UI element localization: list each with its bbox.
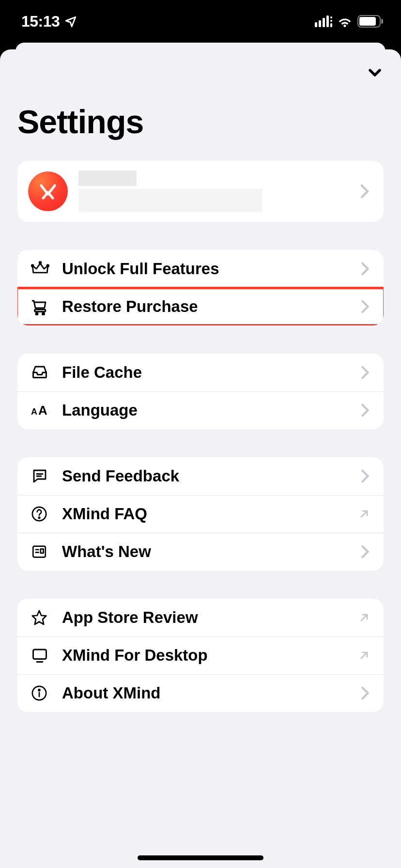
svg-rect-26 xyxy=(41,549,44,553)
svg-rect-13 xyxy=(35,310,46,312)
svg-point-6 xyxy=(330,20,332,22)
svg-line-22 xyxy=(361,511,367,517)
chevron-right-icon xyxy=(360,300,370,313)
app-store-review-row[interactable]: App Store Review xyxy=(17,599,384,636)
help-group: Send Feedback XMind FAQ xyxy=(17,457,384,571)
svg-rect-9 xyxy=(381,19,383,24)
about-xmind-row[interactable]: About XMind xyxy=(17,674,384,712)
external-link-icon xyxy=(358,612,370,623)
location-icon xyxy=(64,15,77,28)
row-label: XMind For Desktop xyxy=(62,646,358,665)
chevron-down-icon xyxy=(365,63,385,82)
chevron-right-icon xyxy=(360,469,370,483)
chevron-right-icon xyxy=(359,184,370,199)
status-time-block: 15:13 xyxy=(21,13,77,31)
language-row[interactable]: AA Language xyxy=(17,391,384,429)
svg-line-28 xyxy=(361,615,367,620)
svg-point-15 xyxy=(42,313,44,315)
external-link-icon xyxy=(358,508,370,520)
svg-point-14 xyxy=(36,313,38,315)
row-label: About XMind xyxy=(62,684,360,702)
chevron-right-icon xyxy=(360,366,370,379)
row-label: What's New xyxy=(62,542,360,561)
svg-rect-8 xyxy=(359,17,376,26)
cellular-icon xyxy=(315,16,332,27)
row-label: App Store Review xyxy=(62,608,358,627)
redacted-line-1 xyxy=(78,170,137,186)
svg-rect-4 xyxy=(330,23,332,27)
chat-icon xyxy=(31,467,62,485)
status-icons xyxy=(315,15,384,28)
svg-point-34 xyxy=(39,689,40,691)
svg-marker-27 xyxy=(32,611,46,624)
status-bar: 15:13 xyxy=(0,0,401,43)
monitor-icon xyxy=(31,647,62,664)
svg-point-10 xyxy=(31,265,33,267)
row-label: Unlock Full Features xyxy=(62,260,360,278)
home-indicator[interactable] xyxy=(138,855,263,860)
prefs-group: File Cache AA Language xyxy=(17,354,384,429)
row-label: Language xyxy=(62,401,360,419)
profile-group xyxy=(17,161,384,222)
svg-rect-0 xyxy=(315,22,317,27)
inbox-icon xyxy=(31,364,62,381)
chevron-right-icon xyxy=(360,403,370,417)
row-label: XMind FAQ xyxy=(62,505,358,523)
profile-row[interactable] xyxy=(17,161,384,222)
svg-point-11 xyxy=(39,262,41,264)
cart-icon xyxy=(31,298,62,315)
status-time: 15:13 xyxy=(21,13,60,31)
svg-point-21 xyxy=(39,517,40,519)
row-label: Send Feedback xyxy=(62,467,360,485)
external-link-icon xyxy=(358,650,370,661)
battery-icon xyxy=(357,15,384,28)
file-cache-row[interactable]: File Cache xyxy=(17,354,384,391)
svg-point-5 xyxy=(330,16,332,18)
row-label: File Cache xyxy=(62,363,360,382)
crown-icon xyxy=(31,260,62,278)
chevron-right-icon xyxy=(360,545,370,558)
svg-text:A: A xyxy=(38,403,47,418)
chevron-right-icon xyxy=(360,686,370,700)
profile-name-area xyxy=(78,170,359,212)
svg-rect-29 xyxy=(33,650,46,659)
font-size-icon: AA xyxy=(31,403,62,418)
xmind-for-desktop-row[interactable]: XMind For Desktop xyxy=(17,636,384,674)
purchase-group: Unlock Full Features Restore Purchase xyxy=(17,250,384,326)
svg-rect-2 xyxy=(323,18,325,27)
svg-text:A: A xyxy=(31,407,37,417)
page-title: Settings xyxy=(0,49,401,161)
settings-sheet: Settings xyxy=(0,49,401,868)
news-icon xyxy=(31,543,62,560)
restore-purchase-row[interactable]: Restore Purchase xyxy=(17,288,384,326)
unlock-full-features-row[interactable]: Unlock Full Features xyxy=(17,250,384,288)
row-label: Restore Purchase xyxy=(62,297,360,316)
star-icon xyxy=(31,609,62,626)
xmind-logo-icon xyxy=(36,180,60,203)
svg-point-12 xyxy=(47,265,49,267)
info-icon xyxy=(31,685,62,701)
svg-rect-3 xyxy=(326,16,329,27)
svg-line-31 xyxy=(361,652,367,658)
wifi-icon xyxy=(337,16,353,27)
svg-rect-1 xyxy=(319,20,321,27)
whats-new-row[interactable]: What's New xyxy=(17,533,384,571)
question-icon xyxy=(31,506,62,522)
redacted-line-2 xyxy=(78,189,262,212)
about-group: App Store Review XMind For Desktop xyxy=(17,599,384,712)
chevron-right-icon xyxy=(360,262,370,276)
xmind-faq-row[interactable]: XMind FAQ xyxy=(17,495,384,533)
close-button[interactable] xyxy=(365,63,385,84)
app-avatar xyxy=(28,171,68,211)
send-feedback-row[interactable]: Send Feedback xyxy=(17,457,384,495)
